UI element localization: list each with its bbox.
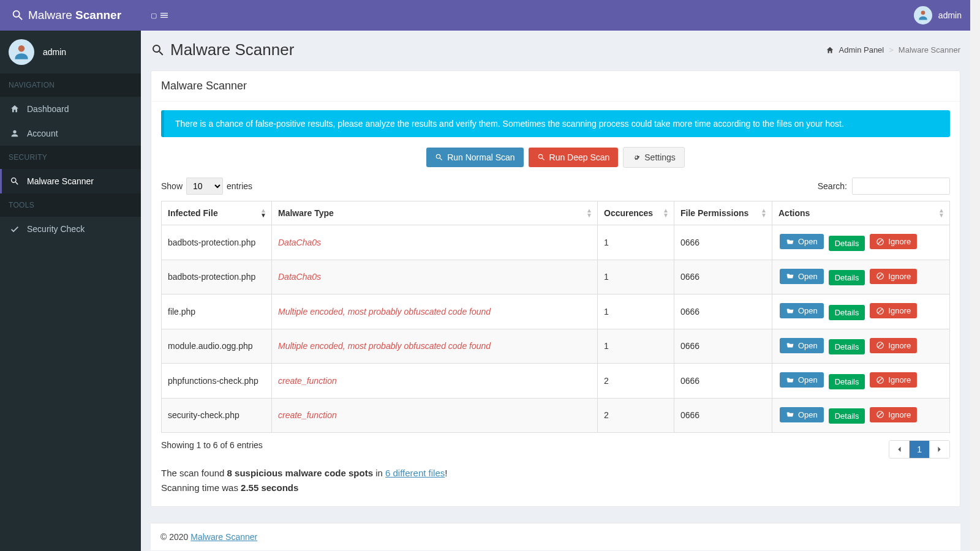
sidebar-item-malware-scanner[interactable]: Malware Scanner <box>0 169 141 193</box>
sidebar-item-security-check[interactable]: Security Check <box>0 217 141 241</box>
folder-open-icon <box>786 238 794 246</box>
sidebar: admin NAVIGATION Dashboard Account SECUR… <box>0 31 141 551</box>
sidebar-toggle[interactable]: ▢ <box>141 0 179 31</box>
ban-icon <box>876 307 884 315</box>
open-button[interactable]: Open <box>780 269 824 284</box>
bars-icon <box>159 10 169 20</box>
cogs-icon <box>632 153 641 162</box>
chevron-right-icon <box>937 446 942 452</box>
ignore-button[interactable]: Ignore <box>870 407 917 422</box>
settings-button[interactable]: Settings <box>623 147 685 168</box>
scan-actions: Run Normal Scan Run Deep Scan Settings <box>161 147 950 168</box>
sidebar-section-tools: TOOLS <box>0 193 141 217</box>
folder-open-icon <box>786 272 794 280</box>
summary-files-link[interactable]: 6 different files <box>385 468 445 478</box>
ban-icon <box>876 376 884 384</box>
header-user[interactable]: admin <box>914 6 980 24</box>
run-normal-scan-button[interactable]: Run Normal Scan <box>426 148 524 167</box>
sidebar-item-label: Dashboard <box>27 104 69 114</box>
cell-type: Multiple encoded, most probably obfuscat… <box>272 294 598 329</box>
col-infected-file[interactable]: Infected File▲▼ <box>162 201 272 225</box>
col-label: Actions <box>778 208 810 218</box>
search-icon <box>151 43 165 58</box>
logo-thin: Malware <box>28 9 72 22</box>
page-1[interactable]: 1 <box>910 441 930 458</box>
check-icon <box>10 224 20 234</box>
open-button[interactable]: Open <box>780 372 824 388</box>
breadcrumb-sep: > <box>889 45 894 54</box>
entries-select[interactable]: 10 <box>186 178 223 195</box>
search-input[interactable] <box>852 178 950 195</box>
sidebar-section-security: SECURITY <box>0 146 141 169</box>
ban-icon <box>876 410 884 419</box>
details-button[interactable]: Details <box>829 408 865 424</box>
ignore-button[interactable]: Ignore <box>870 269 917 284</box>
sidebar-username: admin <box>43 47 66 57</box>
col-label: File Permissions <box>680 208 748 218</box>
cell-occ: 1 <box>598 329 674 364</box>
table-row: file.phpMultiple encoded, most probably … <box>162 294 950 329</box>
cell-occ: 2 <box>598 398 674 433</box>
show-label-pre: Show <box>161 181 183 191</box>
table-row: phpfunctions-check.phpcreate_function206… <box>162 364 950 399</box>
col-actions[interactable]: Actions▲▼ <box>772 201 950 225</box>
sidebar-item-label: Security Check <box>27 224 85 234</box>
top-header: Malware Scanner ▢ admin <box>0 0 980 31</box>
cell-actions: Open Details Ignore <box>772 364 950 399</box>
cell-file: phpfunctions-check.php <box>162 364 272 399</box>
open-button[interactable]: Open <box>780 407 824 422</box>
panel-title: Malware Scanner <box>151 71 960 102</box>
button-label: Run Normal Scan <box>447 152 515 162</box>
page-header: Malware Scanner Admin Panel > Malware Sc… <box>151 40 960 59</box>
details-button[interactable]: Details <box>829 270 865 285</box>
sidebar-item-dashboard[interactable]: Dashboard <box>0 97 141 121</box>
col-file-permissions[interactable]: File Permissions▲▼ <box>674 201 772 225</box>
details-button[interactable]: Details <box>829 339 865 354</box>
cell-perm: 0666 <box>674 294 772 329</box>
ignore-button[interactable]: Ignore <box>870 338 917 353</box>
col-label: Infected File <box>168 208 218 218</box>
ban-icon <box>876 238 884 246</box>
ignore-button[interactable]: Ignore <box>870 303 917 318</box>
tachometer-icon <box>10 104 20 114</box>
show-label-post: entries <box>227 181 252 191</box>
details-button[interactable]: Details <box>829 305 865 320</box>
square-icon: ▢ <box>151 12 157 20</box>
pagination: 1 <box>889 440 950 459</box>
sort-icon: ▲▼ <box>663 208 669 218</box>
sidebar-user-panel: admin <box>0 31 141 73</box>
open-button[interactable]: Open <box>780 303 824 318</box>
cell-type: Multiple encoded, most probably obfuscat… <box>272 329 598 364</box>
user-icon <box>10 129 20 138</box>
button-label: Run Deep Scan <box>549 152 610 162</box>
sort-icon: ▲▼ <box>938 208 944 218</box>
ignore-button[interactable]: Ignore <box>870 234 917 249</box>
datatable-info: Showing 1 to 6 of 6 entries <box>161 440 263 450</box>
details-button[interactable]: Details <box>829 236 865 251</box>
footer: © 2020 Malware Scanner <box>151 523 960 550</box>
sidebar-item-account[interactable]: Account <box>0 121 141 146</box>
col-malware-type[interactable]: Malware Type▲▼ <box>272 201 598 225</box>
breadcrumb-home[interactable]: Admin Panel <box>839 45 884 54</box>
sidebar-section-navigation: NAVIGATION <box>0 73 141 97</box>
page-title-text: Malware Scanner <box>170 40 294 59</box>
ignore-button[interactable]: Ignore <box>870 372 917 388</box>
search-icon <box>11 9 24 22</box>
scrollbar-thumb[interactable] <box>970 0 980 20</box>
table-row: badbots-protection.phpDataCha0s10666 Ope… <box>162 225 950 260</box>
main-panel: Malware Scanner There is a chance of fal… <box>151 70 960 507</box>
open-button[interactable]: Open <box>780 338 824 353</box>
folder-open-icon <box>786 410 794 419</box>
summary-bold: 2.55 seconds <box>241 482 298 493</box>
footer-link[interactable]: Malware Scanner <box>190 532 257 542</box>
run-deep-scan-button[interactable]: Run Deep Scan <box>529 148 619 167</box>
col-occurences[interactable]: Occurences▲▼ <box>598 201 674 225</box>
home-icon <box>826 46 834 54</box>
app-logo[interactable]: Malware Scanner <box>0 0 141 31</box>
table-row: module.audio.ogg.phpMultiple encoded, mo… <box>162 329 950 364</box>
page-prev[interactable] <box>889 441 910 458</box>
details-button[interactable]: Details <box>829 374 865 389</box>
search-icon <box>537 153 546 162</box>
page-next[interactable] <box>930 441 949 458</box>
open-button[interactable]: Open <box>780 234 824 249</box>
